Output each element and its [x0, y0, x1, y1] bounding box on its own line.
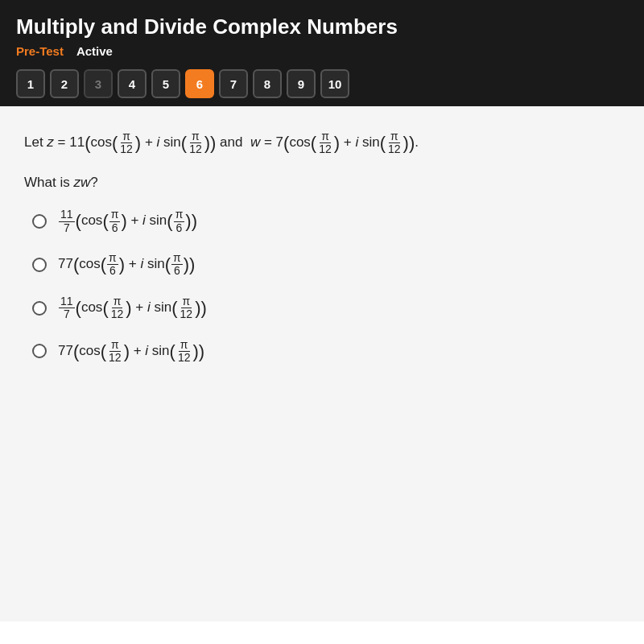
option-a[interactable]: 117(cos(π6) + i sin(π6)): [32, 208, 620, 234]
nav-btn-2[interactable]: 2: [50, 69, 79, 98]
nav-btn-10[interactable]: 10: [320, 69, 349, 98]
question-nav: 12345678910: [16, 69, 628, 98]
option-b-label: 77(cos(π6) + i sin(π6)): [58, 252, 195, 278]
nav-btn-9[interactable]: 9: [287, 69, 316, 98]
nav-btn-4[interactable]: 4: [118, 69, 147, 98]
page-title: Multiply and Divide Complex Numbers: [16, 14, 628, 39]
nav-btn-3: 3: [84, 69, 113, 98]
content-area: Let z = 11(cos(π12) + i sin(π12)) and w …: [0, 106, 644, 621]
radio-b[interactable]: [32, 258, 47, 272]
nav-btn-8[interactable]: 8: [253, 69, 282, 98]
radio-d[interactable]: [32, 344, 47, 358]
active-label: Active: [76, 44, 113, 58]
option-b[interactable]: 77(cos(π6) + i sin(π6)): [32, 252, 620, 278]
nav-btn-1[interactable]: 1: [16, 69, 45, 98]
nav-btn-6[interactable]: 6: [185, 69, 214, 98]
header: Multiply and Divide Complex Numbers Pre-…: [0, 0, 644, 106]
option-d-label: 77(cos(π12) + i sin(π12)): [58, 339, 204, 365]
option-c-label: 117(cos(π12) + i sin(π12)): [58, 295, 207, 321]
radio-a[interactable]: [32, 214, 47, 229]
radio-c[interactable]: [32, 301, 47, 316]
options-list: 117(cos(π6) + i sin(π6)) 77(cos(π6) + i …: [32, 208, 620, 364]
nav-btn-7[interactable]: 7: [219, 69, 248, 98]
sub-prompt: What is zw?: [24, 175, 620, 191]
pre-test-label: Pre-Test: [16, 44, 64, 58]
nav-btn-5[interactable]: 5: [151, 69, 180, 98]
option-d[interactable]: 77(cos(π12) + i sin(π12)): [32, 339, 620, 365]
question-text: Let z = 11(cos(π12) + i sin(π12)) and w …: [24, 129, 620, 157]
option-c[interactable]: 117(cos(π12) + i sin(π12)): [32, 295, 620, 321]
option-a-label: 117(cos(π6) + i sin(π6)): [58, 208, 197, 234]
subtitle-row: Pre-Test Active: [16, 44, 628, 58]
